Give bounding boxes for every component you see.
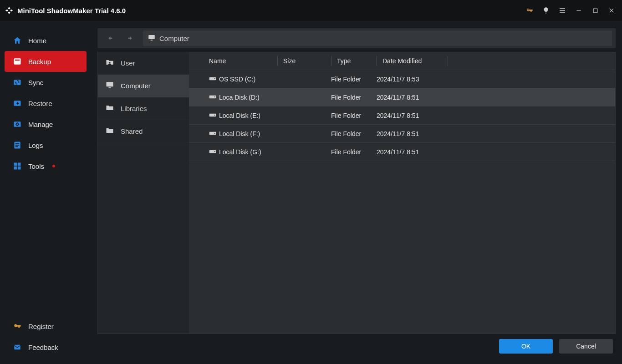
svg-rect-17 [148,35,155,39]
notification-dot-icon [52,165,55,167]
svg-rect-18 [151,40,153,40]
sidebar-item-sync[interactable]: Sync [5,72,87,93]
ok-button[interactable]: OK [499,339,553,354]
svg-point-29 [214,133,215,134]
sidebar-item-backup[interactable]: Backup [5,51,87,72]
table-row[interactable]: OS SSD (C:) File Folder 2024/11/7 8:53 [189,70,615,88]
row-date: 2024/11/7 8:51 [377,94,615,101]
row-name: Local Disk (E:) [219,112,260,119]
table-row[interactable]: Local Disk (G:) File Folder 2024/11/7 8:… [189,143,615,161]
sidebar-item-tools[interactable]: Tools [5,156,87,177]
cancel-button[interactable]: Cancel [559,339,613,354]
sidebar-feedback[interactable]: Feedback [5,337,87,358]
sidebar-item-restore[interactable]: Restore [5,93,87,114]
svg-rect-13 [18,163,21,166]
svg-rect-14 [14,167,17,170]
row-name: Local Disk (G:) [219,148,261,156]
sidebar-register[interactable]: Register [5,316,87,337]
user-folder-icon [105,58,114,68]
row-name: OS SSD (C:) [219,76,255,83]
svg-rect-1 [593,9,597,13]
row-type: File Folder [331,94,377,101]
sidebar-item-label: Backup [28,58,51,66]
svg-rect-0 [576,10,581,10]
svg-rect-20 [107,82,113,86]
row-name: Loca Disk (D:) [219,94,260,101]
row-date: 2024/11/7 8:51 [377,112,615,119]
monitor-icon [105,81,114,91]
maximize-icon[interactable] [588,4,602,17]
sidebar-item-label: Home [28,37,46,45]
tree-item-label: User [121,59,135,67]
tree-item-label: Libraries [121,105,147,112]
minimize-icon[interactable] [572,4,586,17]
tree-item-shared[interactable]: Shared [98,120,189,143]
row-date: 2024/11/7 8:51 [377,148,615,156]
drive-icon [209,76,216,83]
sidebar-item-label: Logs [28,142,43,149]
menu-icon[interactable] [556,4,569,17]
app-title: MiniTool ShadowMaker Trial 4.6.0 [17,7,126,15]
svg-point-25 [214,96,215,97]
dialog-footer: OK Cancel [97,334,616,359]
license-key-icon[interactable] [523,4,536,17]
libraries-folder-icon [105,103,114,114]
column-header-row: Name Size Type Date Modified [189,52,615,70]
svg-rect-21 [109,87,111,88]
app-logo-icon [5,6,14,15]
column-date[interactable]: Date Modified [377,56,448,66]
file-list: OS SSD (C:) File Folder 2024/11/7 8:53 L… [189,70,615,334]
breadcrumb-path[interactable]: Computer [143,30,612,46]
table-row[interactable]: Loca Disk (D:) File Folder 2024/11/7 8:5… [189,88,615,106]
row-date: 2024/11/7 8:53 [377,76,615,83]
monitor-icon [148,34,156,43]
table-row[interactable]: Local Disk (E:) File Folder 2024/11/7 8:… [189,106,615,125]
register-key-icon [13,322,22,331]
tree-item-label: Shared [121,127,143,135]
row-date: 2024/11/7 8:51 [377,130,615,137]
sidebar-item-label: Sync [28,79,43,86]
tree-item-libraries[interactable]: Libraries [98,97,189,120]
close-icon[interactable] [605,4,618,17]
sidebar: Home Backup Sync Restore [0,21,91,364]
table-row[interactable]: Local Disk (F:) File Folder 2024/11/7 8:… [189,125,615,143]
row-type: File Folder [331,112,377,119]
drive-icon [209,148,216,156]
column-type[interactable]: Type [331,56,377,66]
svg-rect-2 [14,58,21,64]
tree-item-user[interactable]: User [98,52,189,75]
svg-rect-3 [15,60,20,61]
sidebar-item-label: Restore [28,100,52,107]
svg-point-31 [214,151,215,152]
column-name[interactable]: Name [209,56,277,66]
sidebar-item-label: Tools [28,162,44,170]
column-size[interactable]: Size [277,56,331,66]
drive-icon [209,130,216,137]
row-name: Local Disk (F:) [219,130,260,137]
row-type: File Folder [331,130,377,137]
drive-icon [209,112,216,119]
sync-icon [13,78,22,87]
nav-forward-button[interactable] [122,31,139,46]
svg-rect-15 [18,167,21,170]
svg-rect-11 [15,147,18,147]
location-tree: User Computer Libraries [98,52,189,334]
backup-icon [13,57,22,66]
nav-back-button[interactable] [101,31,118,46]
sidebar-item-manage[interactable]: Manage [5,114,87,135]
svg-rect-12 [14,163,17,166]
row-type: File Folder [331,148,377,156]
svg-point-19 [109,62,110,63]
tree-item-label: Computer [121,82,151,90]
tree-item-computer[interactable]: Computer [98,75,189,97]
sidebar-item-logs[interactable]: Logs [5,135,87,156]
restore-icon [13,99,22,108]
tools-icon [13,162,22,171]
sidebar-item-label: Feedback [28,344,58,351]
sidebar-item-home[interactable]: Home [5,30,87,51]
shared-folder-icon [105,126,114,136]
svg-rect-10 [15,145,19,146]
titlebar: MiniTool ShadowMaker Trial 4.6.0 [0,0,622,21]
svg-point-27 [214,115,215,116]
help-icon[interactable] [539,4,553,17]
